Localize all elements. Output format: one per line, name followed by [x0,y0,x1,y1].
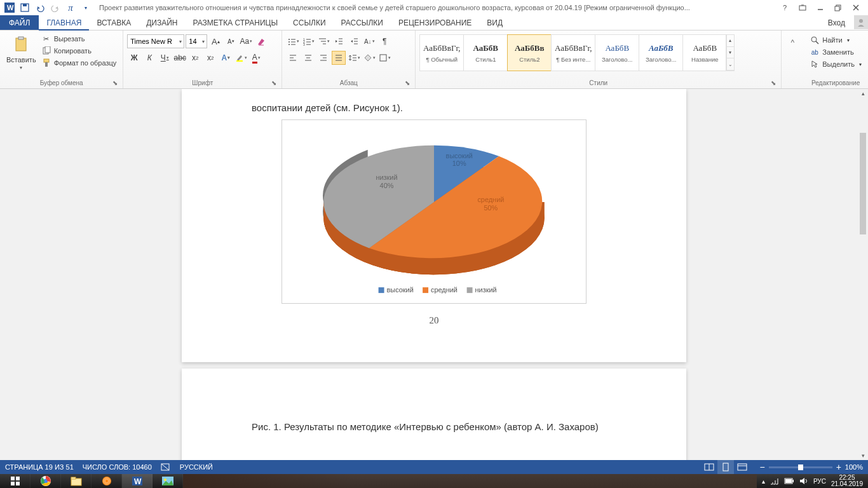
page-next[interactable]: Рис. 1. Результаты по методике «Интервью… [182,369,686,460]
align-justify-button[interactable] [332,51,346,65]
bullets-button[interactable] [286,34,300,48]
style-up-icon[interactable]: ▴ [726,35,734,47]
taskbar-chrome[interactable] [31,474,61,488]
tray-language[interactable]: РУС [813,478,826,485]
clipboard-launcher-icon[interactable]: ⬊ [111,79,119,87]
tab-layout[interactable]: РАЗМЕТКА СТРАНИЦЫ [186,15,286,30]
style-nospacing[interactable]: АаБбВвГг,¶ Без инте... [551,34,595,71]
find-button[interactable]: Найти▾ [807,34,864,46]
style-title[interactable]: АаБбВНазвание [682,34,727,71]
cut-button[interactable]: ✂Вырезать [39,33,119,44]
line-spacing-button[interactable] [347,51,361,65]
zoom-in-button[interactable]: + [836,462,841,472]
zoom-out-button[interactable]: − [759,462,764,472]
tab-references[interactable]: ССЫЛКИ [285,15,333,30]
style-gallery-scroll[interactable]: ▴▾⌄ [726,34,735,71]
scroll-down-icon[interactable]: ▾ [858,451,868,460]
style-more-icon[interactable]: ⌄ [726,58,734,71]
copy-button[interactable]: Копировать [39,45,119,57]
align-center-button[interactable] [301,51,315,65]
superscript-button[interactable]: x2 [203,51,217,65]
font-name-select[interactable]: Times New R [127,34,184,48]
word-icon[interactable]: W [3,1,17,15]
file-tab[interactable]: ФАЙЛ [0,15,39,30]
font-launcher-icon[interactable]: ⬊ [270,79,278,87]
vertical-scrollbar[interactable]: ▴ ▾ [858,89,868,460]
scroll-up-icon[interactable]: ▴ [858,89,868,98]
restore-icon[interactable] [831,1,845,15]
style-heading1[interactable]: АаБбВЗаголово... [595,34,639,71]
taskbar-explorer[interactable] [61,474,92,488]
pie-chart[interactable]: высокий 10% средний 50% низкий 40% высок… [281,119,587,304]
multilevel-button[interactable] [316,34,330,48]
italic-button[interactable]: К [142,51,156,65]
style-2[interactable]: АаБбВвСтиль2 [507,34,552,71]
avatar-icon[interactable] [854,15,868,29]
decrease-indent-button[interactable] [332,34,346,48]
login-link[interactable]: Вход [822,15,851,30]
tab-view[interactable]: ВИД [479,15,510,30]
scroll-thumb[interactable] [860,133,866,234]
minimize-icon[interactable] [813,1,827,15]
tray-network-icon[interactable] [770,477,779,485]
show-marks-button[interactable]: ¶ [377,34,391,48]
sort-button[interactable]: A↓ [362,34,376,48]
style-down-icon[interactable]: ▾ [726,47,734,59]
taskbar-app[interactable] [92,474,122,488]
replace-button[interactable]: abЗаменить [807,46,864,58]
numbering-button[interactable]: 123 [301,34,315,48]
help-icon[interactable]: ? [778,1,792,15]
font-size-select[interactable]: 14 [186,34,207,48]
align-left-button[interactable] [286,51,300,65]
strike-button[interactable]: abc [173,51,187,65]
paragraph-launcher-icon[interactable]: ⬊ [403,79,411,87]
grow-font-button[interactable]: A▴ [208,34,222,48]
tray-clock[interactable]: 22:25 21.04.2019 [831,475,863,487]
redo-icon[interactable] [48,1,62,15]
text-effects-button[interactable]: A [219,51,233,65]
save-icon[interactable] [18,1,32,15]
highlight-button[interactable] [234,51,248,65]
taskbar-word[interactable]: W [122,474,153,488]
tab-home[interactable]: ГЛАВНАЯ [39,15,89,30]
print-layout-icon[interactable] [717,460,734,474]
format-painter-button[interactable]: Формат по образцу [39,57,119,69]
tray-volume-icon[interactable] [799,477,808,485]
taskbar-photos[interactable] [153,474,183,488]
status-language[interactable]: РУССКИЙ [180,463,213,471]
status-words[interactable]: ЧИСЛО СЛОВ: 10460 [83,463,152,471]
ribbon-options-icon[interactable] [796,1,810,15]
tab-insert[interactable]: ВСТАВКА [89,15,139,30]
collapse-ribbon-icon[interactable]: ^ [785,36,799,50]
increase-indent-button[interactable] [347,34,361,48]
style-heading2[interactable]: АаБбВЗаголово... [639,34,683,71]
font-color-button[interactable]: A [249,51,263,65]
close-icon[interactable] [849,1,863,15]
page-current[interactable]: воспитании детей (см. Рисунок 1). [182,89,686,362]
align-right-button[interactable] [316,51,330,65]
undo-icon[interactable] [33,1,47,15]
styles-launcher-icon[interactable]: ⬊ [770,79,777,87]
tab-mailings[interactable]: РАССЫЛКИ [334,15,391,30]
borders-button[interactable] [377,51,391,65]
qat-dropdown-icon[interactable]: ▾ [79,1,93,15]
select-button[interactable]: Выделить▾ [807,58,864,70]
read-mode-icon[interactable] [701,460,717,474]
style-1[interactable]: АаБбВСтиль1 [463,34,508,71]
shrink-font-button[interactable]: A▾ [224,34,238,48]
zoom-slider[interactable] [769,466,832,468]
web-layout-icon[interactable] [734,460,750,474]
pi-icon[interactable]: π [64,1,78,15]
tab-review[interactable]: РЕЦЕНЗИРОВАНИЕ [391,15,479,30]
start-button[interactable] [0,474,31,488]
change-case-button[interactable]: Aa [239,34,253,48]
bold-button[interactable]: Ж [127,51,141,65]
status-page[interactable]: СТРАНИЦА 19 ИЗ 51 [5,463,74,471]
clear-format-button[interactable] [254,34,268,48]
shading-button[interactable] [362,51,376,65]
spelling-icon[interactable] [161,463,171,471]
tray-battery-icon[interactable] [784,478,794,484]
underline-button[interactable]: Ч [158,51,172,65]
style-normal[interactable]: АаБбВвГг,¶ Обычный [419,34,464,71]
zoom-level[interactable]: 100% [845,463,863,471]
